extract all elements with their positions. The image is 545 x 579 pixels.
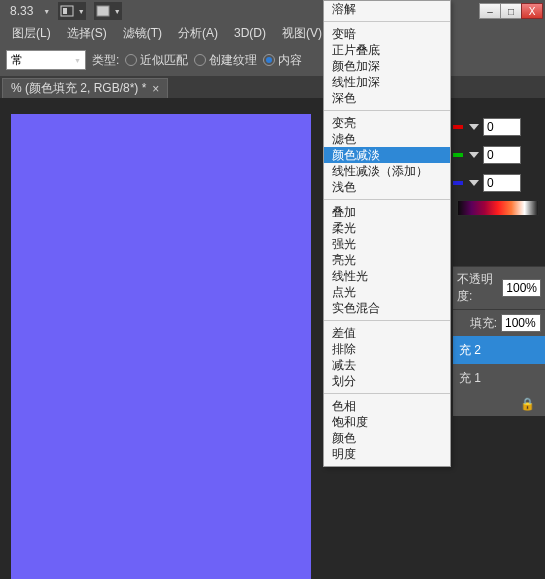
menu-3d[interactable]: 3D(D) [228,24,272,42]
blend-mode-item[interactable]: 减去 [324,357,450,373]
options-bar: 常 ▼ 类型: 近似匹配 创建纹理 内容 [0,44,545,76]
blend-mode-item[interactable]: 差值 [324,325,450,341]
blend-mode-item[interactable]: 正片叠底 [324,42,450,58]
blend-mode-item[interactable]: 色相 [324,398,450,414]
color-spectrum[interactable] [457,200,539,216]
screen-mode-icon[interactable]: ▼ [58,2,86,20]
menu-view[interactable]: 视图(V) [276,23,328,44]
blend-mode-value: 常 [11,52,23,69]
zoom-value[interactable]: 8.33 [4,4,33,18]
layer-item-fill-1[interactable]: 充 1 [453,364,545,392]
menu-separator [324,199,450,200]
blend-mode-item[interactable]: 溶解 [324,1,450,17]
menu-separator [324,393,450,394]
blue-value-input[interactable]: 0 [483,174,521,192]
opacity-input[interactable]: 100% [502,279,541,297]
red-value-input[interactable]: 0 [483,118,521,136]
blend-mode-item[interactable]: 颜色 [324,430,450,446]
maximize-button[interactable]: □ [500,3,522,19]
type-label: 类型: [92,52,119,69]
blend-mode-item[interactable]: 变亮 [324,115,450,131]
svg-rect-1 [63,8,67,14]
top-toolbar: 8.33 ▼ ▼ ▼ [0,0,545,22]
menu-analysis[interactable]: 分析(A) [172,23,224,44]
blend-mode-item[interactable]: 浅色 [324,179,450,195]
menu-select[interactable]: 选择(S) [61,23,113,44]
window-buttons: – □ X [479,3,543,19]
fill-label: 填充: [470,315,497,332]
red-slider-track[interactable] [453,125,463,129]
blend-mode-item[interactable]: 滤色 [324,131,450,147]
layers-panel: 不透明度: 100% 填充: 100% 充 2 充 1 🔒 [453,266,545,416]
arrange-docs-icon[interactable]: ▼ [94,2,122,20]
minimize-button[interactable]: – [479,3,501,19]
menu-separator [324,320,450,321]
document-tab-bar: % (颜色填充 2, RGB/8*) * × [0,76,545,98]
blend-mode-item[interactable]: 明度 [324,446,450,462]
blend-mode-item[interactable]: 强光 [324,236,450,252]
menu-layer[interactable]: 图层(L) [6,23,57,44]
zoom-dropdown-arrow[interactable]: ▼ [43,8,50,15]
opacity-label: 不透明度: [457,271,498,305]
blend-mode-menu: 溶解变暗正片叠底颜色加深线性加深深色变亮滤色颜色减淡线性减淡（添加）浅色叠加柔光… [323,0,451,467]
layer-name: 充 2 [459,342,481,359]
document-tab[interactable]: % (颜色填充 2, RGB/8*) * × [2,78,168,98]
blend-mode-item[interactable]: 排除 [324,341,450,357]
menu-separator [324,110,450,111]
blend-mode-item[interactable]: 点光 [324,284,450,300]
blue-slider-track[interactable] [453,181,463,185]
blend-mode-item[interactable]: 线性减淡（添加） [324,163,450,179]
blend-mode-item[interactable]: 颜色减淡 [324,147,450,163]
radio-approx-match[interactable]: 近似匹配 [125,52,188,69]
canvas[interactable] [11,114,311,579]
blend-mode-item[interactable]: 深色 [324,90,450,106]
menu-filter[interactable]: 滤镜(T) [117,23,168,44]
blend-mode-item[interactable]: 变暗 [324,26,450,42]
layer-item-fill-2[interactable]: 充 2 [453,336,545,364]
color-panel: 0 0 0 [453,118,539,202]
chevron-down-icon: ▼ [74,57,81,64]
lock-row: 🔒 [453,392,545,416]
svg-rect-2 [97,6,109,16]
blend-mode-item[interactable]: 颜色加深 [324,58,450,74]
blend-mode-item[interactable]: 划分 [324,373,450,389]
blend-mode-item[interactable]: 叠加 [324,204,450,220]
close-window-button[interactable]: X [521,3,543,19]
document-tab-title: % (颜色填充 2, RGB/8*) * [11,80,146,97]
blend-mode-item[interactable]: 柔光 [324,220,450,236]
green-slider-track[interactable] [453,153,463,157]
blend-mode-item[interactable]: 饱和度 [324,414,450,430]
blend-mode-item[interactable]: 实色混合 [324,300,450,316]
green-value-input[interactable]: 0 [483,146,521,164]
radio-create-texture[interactable]: 创建纹理 [194,52,257,69]
close-tab-icon[interactable]: × [152,82,159,96]
lock-icon[interactable]: 🔒 [520,397,535,411]
menu-bar: 图层(L) 选择(S) 滤镜(T) 分析(A) 3D(D) 视图(V) [0,22,545,44]
fill-input[interactable]: 100% [501,314,541,332]
layer-name: 充 1 [459,370,481,387]
blend-mode-item[interactable]: 线性光 [324,268,450,284]
menu-separator [324,21,450,22]
blend-mode-item[interactable]: 线性加深 [324,74,450,90]
radio-content-aware[interactable]: 内容 [263,52,302,69]
blend-mode-item[interactable]: 亮光 [324,252,450,268]
blend-mode-select[interactable]: 常 ▼ [6,50,86,70]
